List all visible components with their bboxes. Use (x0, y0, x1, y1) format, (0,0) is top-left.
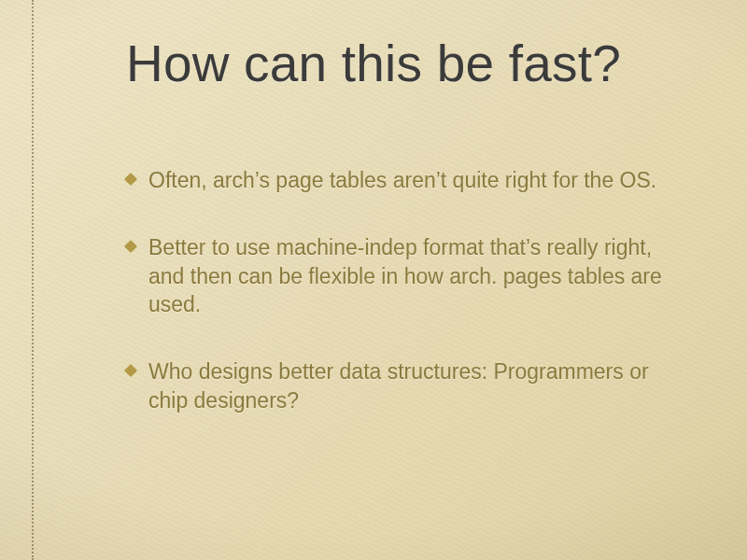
slide-title: How can this be fast? (0, 34, 747, 93)
bullet-item: Who designs better data structures: Prog… (126, 357, 672, 414)
bullet-item: Better to use machine-indep format that’… (126, 233, 672, 318)
bullet-item: Often, arch’s page tables aren’t quite r… (126, 166, 672, 194)
bullet-list: Often, arch’s page tables aren’t quite r… (126, 166, 672, 454)
slide: How can this be fast? Often, arch’s page… (0, 0, 747, 560)
